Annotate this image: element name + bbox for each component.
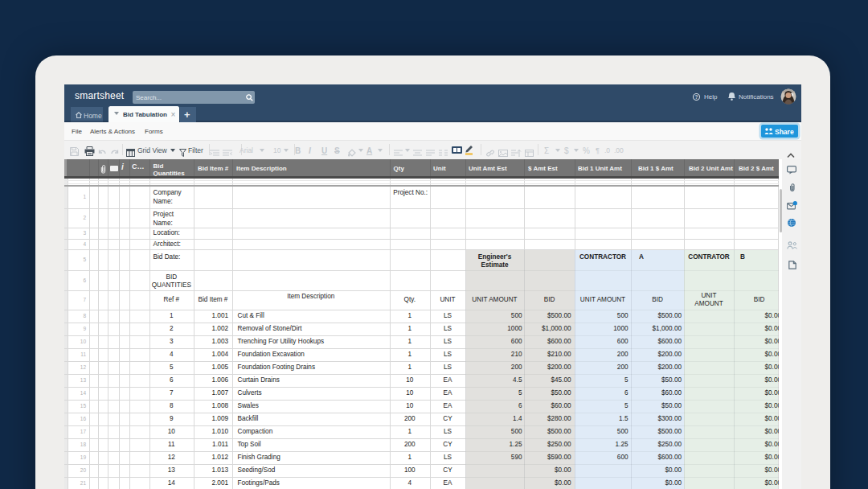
svg-text:?: ? bbox=[695, 94, 698, 100]
